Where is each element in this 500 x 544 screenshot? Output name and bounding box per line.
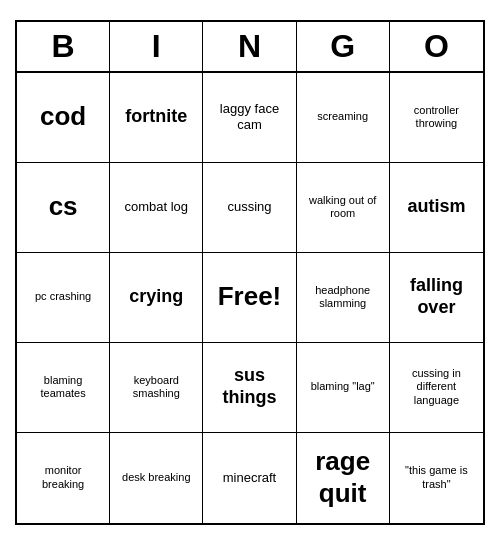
bingo-cell: laggy face cam (203, 73, 296, 163)
bingo-cell: sus things (203, 343, 296, 433)
cell-text: Free! (218, 281, 282, 312)
bingo-cell: falling over (390, 253, 483, 343)
header-letter: O (390, 22, 483, 71)
bingo-cell: Free! (203, 253, 296, 343)
cell-text: rage quit (303, 446, 383, 508)
bingo-cell: cussing in different language (390, 343, 483, 433)
bingo-cell: cussing (203, 163, 296, 253)
bingo-cell: crying (110, 253, 203, 343)
bingo-cell: minecraft (203, 433, 296, 523)
cell-text: cs (49, 191, 78, 222)
cell-text: falling over (396, 275, 477, 318)
bingo-cell: monitor breaking (17, 433, 110, 523)
cell-text: blaming teamates (23, 374, 103, 400)
cell-text: fortnite (125, 106, 187, 128)
cell-text: walking out of room (303, 194, 383, 220)
cell-text: laggy face cam (209, 101, 289, 132)
bingo-cell: keyboard smashing (110, 343, 203, 433)
cell-text: "this game is trash" (396, 464, 477, 490)
bingo-cell: cod (17, 73, 110, 163)
bingo-cell: blaming teamates (17, 343, 110, 433)
cell-text: cussing in different language (396, 367, 477, 407)
cell-text: keyboard smashing (116, 374, 196, 400)
cell-text: minecraft (223, 470, 276, 486)
cell-text: screaming (317, 110, 368, 123)
cell-text: crying (129, 286, 183, 308)
bingo-cell: combat log (110, 163, 203, 253)
bingo-cell: blaming "lag" (297, 343, 390, 433)
bingo-cell: desk breaking (110, 433, 203, 523)
bingo-cell: controller throwing (390, 73, 483, 163)
bingo-cell: fortnite (110, 73, 203, 163)
cell-text: autism (407, 196, 465, 218)
bingo-cell: pc crashing (17, 253, 110, 343)
cell-text: sus things (209, 365, 289, 408)
bingo-cell: "this game is trash" (390, 433, 483, 523)
cell-text: monitor breaking (23, 464, 103, 490)
header-letter: B (17, 22, 110, 71)
header-letter: G (297, 22, 390, 71)
cell-text: controller throwing (396, 104, 477, 130)
bingo-grid: codfortnitelaggy face camscreamingcontro… (17, 73, 483, 523)
cell-text: cod (40, 101, 86, 132)
bingo-cell: screaming (297, 73, 390, 163)
bingo-cell: headphone slamming (297, 253, 390, 343)
cell-text: cussing (227, 199, 271, 215)
bingo-cell: autism (390, 163, 483, 253)
bingo-header: BINGO (17, 22, 483, 73)
cell-text: pc crashing (35, 290, 91, 303)
bingo-cell: cs (17, 163, 110, 253)
header-letter: I (110, 22, 203, 71)
bingo-card: BINGO codfortnitelaggy face camscreaming… (15, 20, 485, 525)
cell-text: headphone slamming (303, 284, 383, 310)
bingo-cell: rage quit (297, 433, 390, 523)
header-letter: N (203, 22, 296, 71)
bingo-cell: walking out of room (297, 163, 390, 253)
cell-text: combat log (124, 199, 188, 215)
cell-text: blaming "lag" (311, 380, 375, 393)
cell-text: desk breaking (122, 471, 191, 484)
